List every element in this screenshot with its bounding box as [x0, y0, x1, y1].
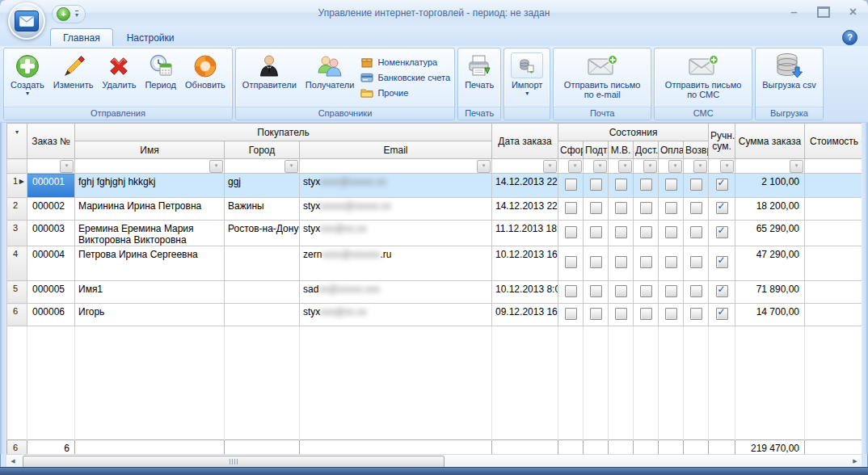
grid-corner-selector[interactable]: ▾: [7, 124, 27, 159]
filter-cell[interactable]: ▾: [558, 159, 584, 174]
checkbox[interactable]: [665, 179, 677, 191]
cell-state-vozvr[interactable]: [684, 246, 709, 281]
checkbox[interactable]: [716, 285, 728, 297]
checkbox[interactable]: [690, 202, 702, 214]
send-sms-button[interactable]: Отправить письмо по СМС: [657, 49, 749, 106]
cell-state-opla[interactable]: [659, 246, 684, 281]
cell-state-podt[interactable]: [584, 198, 609, 221]
table-row[interactable]: 3 000003 Еремина Еремина Мария Викторовн…: [7, 221, 862, 246]
checkbox[interactable]: [615, 256, 627, 268]
tab-nastroyki[interactable]: Настройки: [115, 29, 187, 46]
cell-state-dost[interactable]: [634, 174, 659, 198]
cell-state-mv[interactable]: [609, 304, 634, 326]
minimize-button[interactable]: –: [790, 8, 797, 16]
filter-cell[interactable]: ▾: [225, 159, 300, 174]
cell-cost[interactable]: [805, 174, 862, 198]
row-indicator[interactable]: 2: [7, 198, 27, 221]
cell-state-dost[interactable]: [634, 198, 659, 221]
row-indicator[interactable]: 6: [7, 304, 27, 326]
cell-name[interactable]: Маринина Ирина Петровна: [75, 198, 225, 221]
cell-state-vozvr[interactable]: [684, 198, 709, 221]
checkbox[interactable]: [716, 308, 728, 320]
cell-order-sum[interactable]: 47 290,00: [735, 246, 805, 281]
row-indicator[interactable]: 1▶: [7, 174, 27, 198]
cell-city[interactable]: ggj: [225, 174, 300, 198]
filter-dropdown-icon[interactable]: ▾: [284, 160, 298, 173]
cell-state-opla[interactable]: [659, 198, 684, 221]
cell-order-no[interactable]: 000005: [27, 281, 75, 304]
cell-order-no[interactable]: 000001: [27, 174, 75, 198]
cell-state-vozvr[interactable]: [684, 281, 709, 304]
cell-manual-sum[interactable]: [709, 174, 735, 198]
filter-dropdown-icon[interactable]: ▾: [618, 160, 632, 173]
checkbox[interactable]: [690, 285, 702, 297]
checkbox[interactable]: [615, 202, 627, 214]
horizontal-scrollbar[interactable]: ◀ ▶: [6, 454, 862, 468]
cell-state-podt[interactable]: [584, 246, 609, 281]
checkbox[interactable]: [615, 308, 627, 320]
import-button[interactable]: Импорт ▾: [507, 49, 547, 106]
checkbox[interactable]: [716, 202, 728, 214]
checkbox[interactable]: [590, 202, 602, 214]
cell-email[interactable]: styxxxxxx@xxxxx.xx: [300, 198, 492, 221]
checkbox[interactable]: [615, 226, 627, 238]
cell-cost[interactable]: [805, 304, 862, 326]
column-header-states[interactable]: Состояния: [558, 124, 709, 141]
cell-state-opla[interactable]: [659, 304, 684, 326]
cell-state-vozvr[interactable]: [684, 221, 709, 246]
cell-state-sfor[interactable]: [558, 221, 584, 246]
filter-dropdown-icon[interactable]: ▾: [477, 160, 491, 173]
period-button[interactable]: Период: [141, 49, 180, 106]
checkbox[interactable]: [690, 308, 702, 320]
send-email-button[interactable]: Отправить письмо по e-mail: [556, 49, 648, 106]
cell-order-date[interactable]: 10.12.2013 8:0: [492, 281, 558, 304]
filter-cell[interactable]: ▾: [709, 159, 735, 174]
checkbox[interactable]: [590, 256, 602, 268]
row-indicator[interactable]: 5: [7, 281, 27, 304]
cell-order-date[interactable]: 14.12.2013 22:: [492, 174, 558, 198]
checkbox[interactable]: [690, 226, 702, 238]
filter-cell[interactable]: [805, 159, 862, 174]
cell-state-mv[interactable]: [609, 281, 634, 304]
cell-cost[interactable]: [805, 221, 862, 246]
checkbox[interactable]: [665, 202, 677, 214]
cell-name[interactable]: fghj fghjghj hkkgkj: [75, 174, 225, 198]
tab-glavnaya[interactable]: Главная: [50, 28, 113, 46]
cell-state-podt[interactable]: [584, 174, 609, 198]
delete-button[interactable]: Удалить: [98, 49, 140, 106]
checkbox[interactable]: [565, 179, 577, 191]
filter-cell[interactable]: ▾: [492, 159, 558, 174]
cell-name[interactable]: Петрова Ирина Сергеевна: [75, 246, 225, 281]
refresh-button[interactable]: Обновить: [181, 49, 230, 106]
filter-dropdown-icon[interactable]: ▾: [60, 160, 74, 173]
table-row[interactable]: 4 000004 Петрова Ирина Сергеевна zernxxx…: [7, 246, 862, 281]
cell-city[interactable]: [225, 281, 300, 304]
checkbox[interactable]: [690, 179, 702, 191]
checkbox[interactable]: [640, 256, 652, 268]
checkbox[interactable]: [716, 256, 728, 268]
others-button[interactable]: Прочие: [360, 86, 450, 99]
cell-order-sum[interactable]: 65 290,00: [735, 221, 805, 246]
checkbox[interactable]: [565, 285, 577, 297]
filter-cell[interactable]: ▾: [659, 159, 684, 174]
filter-dropdown-icon[interactable]: ▾: [593, 160, 607, 173]
filter-cell[interactable]: ▾: [75, 159, 225, 174]
edit-button[interactable]: Изменить: [49, 49, 98, 106]
column-header-order-date[interactable]: Дата заказа: [492, 124, 558, 159]
checkbox[interactable]: [640, 226, 652, 238]
cell-state-podt[interactable]: [584, 304, 609, 326]
cell-state-opla[interactable]: [659, 281, 684, 304]
cell-order-no[interactable]: 000006: [27, 304, 75, 326]
filter-dropdown-icon[interactable]: ▾: [668, 160, 682, 173]
checkbox[interactable]: [640, 202, 652, 214]
filter-dropdown-icon[interactable]: ▾: [209, 160, 223, 173]
cell-state-mv[interactable]: [609, 221, 634, 246]
cell-state-opla[interactable]: [659, 221, 684, 246]
cell-cost[interactable]: [805, 281, 862, 304]
cell-state-mv[interactable]: [609, 198, 634, 221]
cell-order-date[interactable]: 14.12.2013 22:0: [492, 198, 558, 221]
cell-state-sfor[interactable]: [558, 304, 584, 326]
scrollbar-thumb[interactable]: [23, 456, 445, 468]
cell-email[interactable]: zernxxxx@xxxxxx.ru: [300, 246, 492, 281]
filter-cell[interactable]: ▾: [634, 159, 659, 174]
